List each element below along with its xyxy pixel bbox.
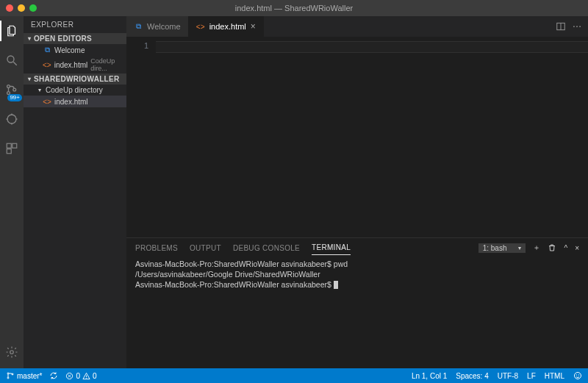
open-editor-label: index.html <box>54 61 88 69</box>
kill-terminal-button[interactable] <box>548 243 556 252</box>
terminal-select[interactable]: 1: bash ▾ <box>478 243 526 253</box>
vscode-icon: ⧉ <box>134 22 143 31</box>
dropdown-icon: ▾ <box>518 245 521 251</box>
maximize-panel-button[interactable]: ^ <box>564 244 567 252</box>
panel-tab-output[interactable]: OUTPUT <box>190 241 221 255</box>
sidebar: EXPLORER ▾ OPEN EDITORS ⧉ Welcome <> ind… <box>24 16 126 368</box>
tab-actions <box>556 16 588 37</box>
split-editor-button[interactable] <box>556 21 566 32</box>
panel-tab-terminal[interactable]: TERMINAL <box>312 240 351 255</box>
bottom-panel: PROBLEMS OUTPUT DEBUG CONSOLE TERMINAL 1… <box>126 237 588 368</box>
trash-icon <box>548 243 556 252</box>
titlebar: index.html — SharedWRioWaller <box>0 0 588 16</box>
open-editor-welcome[interactable]: ⧉ Welcome <box>24 44 126 56</box>
explorer-tab[interactable] <box>0 21 24 41</box>
svg-line-1 <box>13 62 17 65</box>
terminal-line: Asvinas-MacBook-Pro:SharedWRioWaller asv… <box>135 280 334 289</box>
eol-status[interactable]: LF <box>527 372 536 380</box>
indent-status[interactable]: Spaces: 4 <box>456 372 488 380</box>
terminal-select-label: 1: bash <box>483 244 507 252</box>
warning-count: 0 <box>93 372 97 380</box>
extensions-tab[interactable] <box>0 138 24 159</box>
tab-welcome[interactable]: ⧉ Welcome <box>126 16 189 37</box>
source-control-tab[interactable]: 99+ <box>0 79 24 100</box>
html-icon: <> <box>196 22 205 31</box>
svg-point-18 <box>579 26 581 27</box>
workspace-header[interactable]: ▾ SHAREDWRIOWALLER <box>24 74 126 85</box>
open-editors-header[interactable]: ▾ OPEN EDITORS <box>24 33 126 44</box>
ellipsis-icon <box>572 21 582 32</box>
minimize-window-button[interactable] <box>18 4 25 12</box>
branch-icon <box>6 371 15 380</box>
svg-point-2 <box>7 85 10 88</box>
active-line <box>156 41 588 53</box>
svg-point-28 <box>576 375 577 376</box>
file-label: index.html <box>54 98 88 106</box>
terminal-line: Asvinas-MacBook-Pro:SharedWRioWaller asv… <box>135 259 348 268</box>
svg-point-19 <box>7 373 9 374</box>
open-editors-label: OPEN EDITORS <box>34 35 92 43</box>
feedback-button[interactable] <box>573 371 582 380</box>
svg-point-13 <box>10 351 14 354</box>
close-panel-button[interactable]: × <box>575 244 579 252</box>
sync-icon <box>49 371 58 380</box>
debug-tab[interactable] <box>0 109 24 129</box>
chevron-down-icon: ▾ <box>26 76 32 82</box>
scm-badge: 99+ <box>7 94 22 101</box>
encoding-status[interactable]: UTF-8 <box>498 372 518 380</box>
panel-tab-debug[interactable]: DEBUG CONSOLE <box>233 241 300 255</box>
svg-point-29 <box>578 375 579 376</box>
line-gutter: 1 <box>126 37 156 237</box>
editor-area: ⧉ Welcome <> index.html × <box>126 16 588 368</box>
error-icon <box>65 372 74 380</box>
html-icon: <> <box>43 97 51 106</box>
folder-row[interactable]: ▾ CodeUp directory <box>24 85 126 96</box>
close-window-button[interactable] <box>6 4 13 12</box>
open-editor-index[interactable]: <> index.html CodeUp dire... <box>24 56 126 74</box>
sidebar-title: EXPLORER <box>24 16 126 33</box>
panel-tabs: PROBLEMS OUTPUT DEBUG CONSOLE TERMINAL 1… <box>126 238 588 257</box>
editor-body[interactable]: 1 <box>126 37 588 237</box>
terminal-cursor <box>334 281 338 289</box>
code-area[interactable] <box>156 37 588 237</box>
extensions-icon <box>5 142 18 155</box>
language-mode[interactable]: HTML <box>545 372 564 380</box>
window-title: index.html — SharedWRioWaller <box>235 4 353 12</box>
settings-gear[interactable] <box>0 342 24 362</box>
status-bar: master* 0 0 Ln 1, Col 1 Spaces: 4 UTF-8 … <box>0 368 588 383</box>
sync-status[interactable] <box>49 371 58 380</box>
cursor-position[interactable]: Ln 1, Col 1 <box>412 372 447 380</box>
open-editor-path: CodeUp dire... <box>90 57 123 72</box>
problems-status[interactable]: 0 0 <box>65 372 96 380</box>
close-tab-button[interactable]: × <box>251 21 256 32</box>
svg-point-5 <box>7 115 16 124</box>
git-branch-status[interactable]: master* <box>6 371 42 380</box>
svg-rect-12 <box>7 149 11 154</box>
new-terminal-button[interactable]: ＋ <box>533 243 540 253</box>
svg-point-4 <box>13 88 16 91</box>
main-area: 99+ EXPLORER ▾ OPEN EDITORS ⧉ Welcome <box>0 16 588 368</box>
search-tab[interactable] <box>0 50 24 71</box>
file-row-index[interactable]: <> index.html <box>24 96 126 107</box>
window-controls <box>6 4 37 12</box>
more-actions-button[interactable] <box>572 21 582 32</box>
tab-label: Welcome <box>147 22 181 31</box>
editor-tabs: ⧉ Welcome <> index.html × <box>126 16 588 37</box>
tab-label: index.html <box>209 22 246 31</box>
gear-icon <box>5 346 18 359</box>
line-number: 1 <box>126 41 148 50</box>
debug-icon <box>5 112 18 126</box>
panel-tab-problems[interactable]: PROBLEMS <box>135 241 178 255</box>
html-icon: <> <box>43 60 51 69</box>
terminal-line: /Users/asvinakabeer/Google Drive/SharedW… <box>135 270 320 279</box>
svg-rect-11 <box>12 143 17 148</box>
terminal-body[interactable]: Asvinas-MacBook-Pro:SharedWRioWaller asv… <box>126 257 588 368</box>
svg-point-17 <box>576 26 578 27</box>
smiley-icon <box>573 371 582 380</box>
chevron-down-icon: ▾ <box>26 35 32 42</box>
maximize-window-button[interactable] <box>29 4 37 12</box>
tab-index[interactable]: <> index.html × <box>189 16 264 37</box>
warning-icon <box>82 372 90 380</box>
vscode-icon: ⧉ <box>43 46 51 54</box>
chevron-down-icon: ▾ <box>37 87 43 93</box>
